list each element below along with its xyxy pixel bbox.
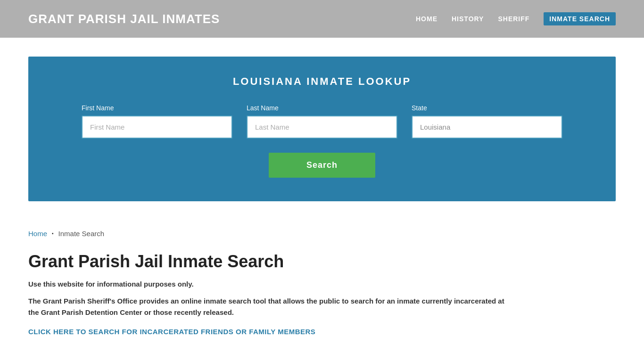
nav-history[interactable]: HISTORY <box>452 15 484 23</box>
main-content: Grant Parish Jail Inmate Search Use this… <box>0 242 644 362</box>
state-label: State <box>412 104 562 112</box>
page-title: Grant Parish Jail Inmate Search <box>28 252 616 272</box>
breadcrumb: Home • Inmate Search <box>0 220 644 242</box>
nav-sheriff[interactable]: SHERIFF <box>498 15 529 23</box>
nav-home[interactable]: HOME <box>416 15 438 23</box>
search-section: LOUISIANA INMATE LOOKUP First Name Last … <box>28 57 616 201</box>
last-name-group: Last Name <box>247 104 397 139</box>
site-title: GRANT PARISH JAIL INMATES <box>28 12 220 26</box>
first-name-input[interactable] <box>82 115 232 139</box>
breadcrumb-home-link[interactable]: Home <box>28 230 47 238</box>
main-nav: HOME HISTORY SHERIFF INMATE SEARCH <box>416 12 616 25</box>
search-section-title: LOUISIANA INMATE LOOKUP <box>57 75 587 88</box>
search-button-wrap: Search <box>57 153 587 178</box>
state-input[interactable] <box>412 115 562 139</box>
breadcrumb-separator: • <box>52 231 54 236</box>
search-fields: First Name Last Name State <box>57 104 587 139</box>
first-name-group: First Name <box>82 104 232 139</box>
last-name-input[interactable] <box>247 115 397 139</box>
state-group: State <box>412 104 562 139</box>
cta-link[interactable]: CLICK HERE to Search for Incarcerated Fr… <box>28 328 315 336</box>
description-text: The Grant Parish Sheriff's Office provid… <box>28 296 509 318</box>
site-header: GRANT PARISH JAIL INMATES HOME HISTORY S… <box>0 0 644 38</box>
last-name-label: Last Name <box>247 104 397 112</box>
breadcrumb-current: Inmate Search <box>58 230 105 238</box>
nav-inmate-search[interactable]: INMATE SEARCH <box>544 12 616 25</box>
disclaimer-text: Use this website for informational purpo… <box>28 280 616 288</box>
search-button[interactable]: Search <box>269 153 375 178</box>
first-name-label: First Name <box>82 104 232 112</box>
